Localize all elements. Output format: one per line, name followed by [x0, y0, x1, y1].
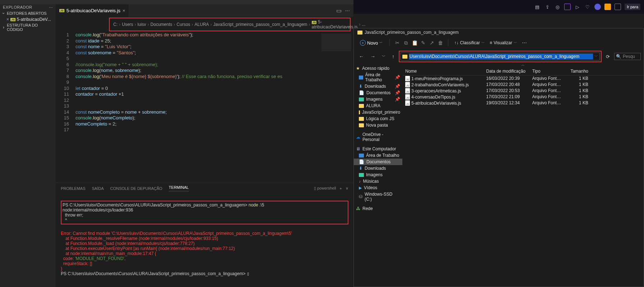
open-editor-item[interactable]: × JS 5-atribuicaoDeV...: [0, 17, 56, 22]
breadcrumb-segment[interactable]: luisv: [137, 22, 146, 27]
tab-problems[interactable]: PROBLEMAS: [61, 186, 85, 191]
share-icon[interactable]: ↗: [429, 40, 435, 46]
explorer-sidebar: EXPLORADOR ··· EDITORES ABERTOS × JS 5-a…: [0, 4, 56, 287]
breadcrumb-highlight: C:›Users›luisv›Documents›Cursos›ALURA›Ja…: [109, 18, 351, 31]
nav-quick-access[interactable]: ★Acesso rápido: [354, 65, 402, 72]
shell-selector[interactable]: ▯ powershell: [314, 186, 336, 191]
breadcrumb-segment[interactable]: JS5-atribuicaoDeVariaveis.js: [312, 19, 358, 29]
nav-documents2[interactable]: 📄Documentos: [354, 159, 402, 165]
new-terminal-icon[interactable]: +: [340, 186, 342, 191]
paste-icon[interactable]: 📋: [411, 40, 418, 46]
nav-documents[interactable]: 📄Documentos📌: [354, 90, 402, 96]
view-button[interactable]: ≡ Visualizar ﹀: [488, 40, 519, 46]
refresh-button[interactable]: ⟳: [604, 54, 612, 59]
chevron-down-icon[interactable]: ﹀: [380, 53, 388, 60]
menubar[interactable]: [0, 0, 353, 4]
extension-icon-1[interactable]: [594, 4, 601, 10]
breadcrumb-segment[interactable]: JavaScript_primeiros_passos_com_a_lingua…: [213, 22, 307, 27]
breadcrumb-segment[interactable]: ...: [362, 22, 365, 27]
tab-output[interactable]: SAÍDA: [92, 186, 104, 191]
breadcrumb-segment[interactable]: ALURA: [195, 22, 209, 27]
nav-js-primeiro[interactable]: JavaScript_primeiro: [354, 109, 402, 115]
outline-section[interactable]: ESTRUTURA DO CÓDIGO: [0, 22, 56, 32]
forward-button[interactable]: →: [368, 53, 378, 60]
header-date[interactable]: Data de modificação: [483, 68, 529, 74]
more-icon[interactable]: ···: [345, 8, 350, 14]
sort-button[interactable]: ↑↓ Classificar ﹀: [453, 40, 486, 46]
play-icon[interactable]: ▷: [574, 4, 581, 10]
column-headers[interactable]: Nome Data de modificação Tipo Tamanho: [402, 67, 644, 76]
tab-debug-console[interactable]: CONSOLE DE DEPURAÇÃO: [110, 186, 162, 191]
breadcrumb-segment[interactable]: Documents: [150, 22, 172, 27]
code-content[interactable]: console.log("Trabalhando com atribuições…: [76, 32, 319, 183]
nav-desktop[interactable]: Área de Trabalho📌: [354, 72, 402, 83]
open-editors-section[interactable]: EDITORES ABERTOS: [0, 10, 56, 17]
sidebar-title: EXPLORADOR: [3, 5, 32, 9]
screenshot-icon[interactable]: ◎: [554, 4, 561, 10]
editor-area: JS 5-atribuicaoDeVariaveis.js × ▭ ··· C:…: [56, 4, 353, 287]
file-row[interactable]: JS2-trabalhandoComVariaveis.js 17/03/202…: [402, 82, 644, 88]
nav-logica[interactable]: Lógica com JS: [354, 115, 402, 122]
breadcrumb-segment[interactable]: Users: [122, 22, 133, 27]
breadcrumb-segment[interactable]: Cursos: [177, 22, 190, 27]
nav-images[interactable]: Imagens📌: [354, 96, 402, 102]
nav-network[interactable]: 🖧Rede: [354, 205, 402, 212]
bottom-panel: PROBLEMAS SAÍDA CONSOLE DE DEPURAÇÃO TER…: [56, 183, 353, 287]
tab-terminal[interactable]: TERMINAL: [169, 185, 189, 191]
nav-alura[interactable]: ALURA: [354, 102, 402, 109]
address-row: ← → ﹀ ↑ ﹀ ⟳ 🔍 Pesqu: [354, 49, 644, 64]
more-icon[interactable]: ···: [49, 5, 53, 9]
close-icon[interactable]: ×: [123, 8, 125, 13]
nav-this-pc[interactable]: 🖥Este Computador: [354, 146, 402, 152]
address-bar[interactable]: ﹀: [401, 53, 600, 60]
copy-icon[interactable]: ⧉: [403, 40, 409, 46]
header-name[interactable]: Nome: [402, 68, 483, 74]
breadcrumb-segment[interactable]: C:: [113, 22, 118, 27]
more-icon[interactable]: ···: [522, 40, 527, 46]
file-row[interactable]: JS4-conversaoDeTipos.js 17/03/2022 21:09…: [402, 94, 644, 100]
sort-indicator-icon: ︿: [402, 63, 644, 67]
more-icon[interactable]: ∨: [346, 186, 348, 191]
js-file-icon: JS: [10, 18, 15, 21]
up-button[interactable]: ↑: [390, 53, 397, 60]
code-editor[interactable]: 1234567891011121314151617 console.log("T…: [56, 32, 353, 183]
nav-images2[interactable]: Imagens: [354, 172, 402, 178]
delete-icon[interactable]: 🗑: [437, 40, 444, 46]
ir-para-button[interactable]: Ir para: [625, 4, 640, 10]
file-row[interactable]: JS1-meuPrimeiroPrograma.js 16/03/2022 20…: [402, 76, 644, 82]
nav-onedrive[interactable]: ☁OneDrive - Personal: [354, 131, 402, 143]
extension-icon-3[interactable]: [615, 4, 621, 10]
nav-desktop2[interactable]: Área de Trabalho: [354, 152, 402, 159]
terminal[interactable]: PS C:\Users\luisv\Documents\Cursos\ALURA…: [56, 193, 353, 287]
heart-icon[interactable]: ♡: [584, 4, 591, 10]
breadcrumb[interactable]: C:›Users›luisv›Documents›Cursos›ALURA›Ja…: [110, 19, 350, 30]
nav-videos[interactable]: ▶Vídeos: [354, 184, 402, 191]
nav-nova-pasta[interactable]: Nova pasta: [354, 122, 402, 128]
rename-icon[interactable]: ✎: [420, 40, 426, 46]
new-button[interactable]: + Novo ﹀: [357, 38, 385, 47]
extension-icon-2[interactable]: [604, 4, 611, 10]
split-editor-icon[interactable]: ▭: [336, 7, 342, 14]
header-type[interactable]: Tipo: [529, 68, 566, 74]
js-file-icon: JS: [405, 88, 410, 94]
window-titlebar[interactable]: JavaScript_primeiros_passos_com_a_lingua…: [354, 28, 644, 36]
nav-drive-c[interactable]: ⛁Windows-SSD (C:): [354, 191, 402, 202]
back-button[interactable]: ←: [357, 53, 366, 60]
close-icon[interactable]: ×: [6, 17, 9, 22]
chevron-down-icon[interactable]: ﹀: [594, 54, 598, 59]
cut-icon[interactable]: ✂: [394, 40, 401, 46]
nav-downloads2[interactable]: ⬇Downloads: [354, 165, 402, 172]
address-input[interactable]: [409, 54, 593, 59]
minimap[interactable]: [319, 32, 353, 183]
shield-icon[interactable]: [564, 4, 571, 10]
file-row[interactable]: JS5-atribuicaoDeVariaveis.js 19/03/2022 …: [402, 100, 644, 106]
tab-file[interactable]: JS 5-atribuicaoDeVariaveis.js ×: [56, 4, 129, 17]
header-size[interactable]: Tamanho: [566, 68, 591, 74]
nav-downloads[interactable]: ⬇Downloads📌: [354, 83, 402, 90]
search-input[interactable]: 🔍 Pesqu: [614, 53, 641, 60]
reader-icon[interactable]: ▤: [534, 4, 540, 10]
file-row[interactable]: JS3-operacoesAritmeticas.js 17/03/2022 2…: [402, 88, 644, 94]
bookmark-icon[interactable]: ⇪: [544, 4, 551, 10]
folder-icon: [357, 31, 362, 35]
nav-music[interactable]: ♪Músicas: [354, 178, 402, 184]
